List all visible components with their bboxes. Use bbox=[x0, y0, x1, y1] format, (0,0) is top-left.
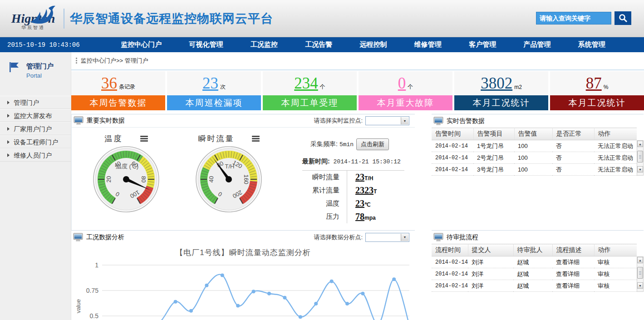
nav-item-4[interactable]: 工况告警 bbox=[305, 40, 332, 49]
stat-value[interactable]: 87 bbox=[586, 74, 602, 93]
nav-item-6[interactable]: 维修管理 bbox=[414, 40, 442, 49]
scroll-up-icon[interactable]: ▲ bbox=[637, 141, 643, 147]
realtime-info: 采集频率: 5min 点击刷新 最新时间: 2014-11-21 15:30:1… bbox=[298, 138, 409, 223]
panel-title-analysis: 工况数据分析 bbox=[86, 233, 124, 241]
analysis-point-select[interactable]: ▼ bbox=[365, 233, 409, 242]
panel-realtime-data: 重要实时数据 请选择实时监控点: ▼ 采集频率: 5min bbox=[71, 114, 415, 230]
metric-row-3: 温度23℃ bbox=[298, 197, 409, 210]
refresh-button[interactable]: 点击刷新 bbox=[356, 138, 389, 150]
table-row-2: 2014-02-142号龙门吊100否无法正常启动 bbox=[432, 152, 637, 164]
stat-value[interactable]: 3802 bbox=[481, 74, 512, 93]
gauge-title: 温度 bbox=[105, 133, 123, 144]
table-cell: 赵城 bbox=[513, 280, 552, 292]
stat-value[interactable]: 36 bbox=[101, 74, 117, 93]
scroll-down-icon[interactable]: ▼ bbox=[637, 282, 643, 289]
freq-label: 采集频率: bbox=[310, 140, 338, 148]
alarm-table-scrollbar[interactable]: ▲ ▼ bbox=[637, 140, 644, 176]
table-cell: 刘洋 bbox=[468, 280, 513, 292]
table-cell: 刘洋 bbox=[468, 256, 513, 268]
nav-item-9[interactable]: 系统管理 bbox=[578, 40, 605, 49]
stat-label: 本周巡检漏项 bbox=[167, 95, 261, 110]
main-content: 监控中心门户>> 管理门户 36条记录本周告警数据23次本周巡检漏项234个本周… bbox=[71, 52, 644, 320]
table-cell: 100 bbox=[514, 152, 552, 164]
column-header: 动作 bbox=[594, 128, 637, 140]
analysis-point-select-label: 请选择数据分析点: bbox=[314, 233, 363, 241]
table-cell: 否 bbox=[552, 164, 594, 176]
scroll-thumb[interactable] bbox=[637, 267, 643, 279]
nav-item-8[interactable]: 产品管理 bbox=[523, 40, 551, 49]
nav-item-3[interactable]: 工况监控 bbox=[251, 40, 278, 49]
app-logo: Hignton 华辰智通 bbox=[5, 6, 61, 31]
table-cell: 否 bbox=[552, 140, 594, 152]
search-button[interactable] bbox=[615, 11, 631, 25]
table-cell: 3号龙门吊 bbox=[473, 164, 514, 176]
monitor-icon bbox=[73, 233, 83, 242]
metric-value[interactable]: 23 bbox=[355, 172, 364, 182]
table-cell: 赵城 bbox=[513, 268, 552, 280]
svg-text:T/H: T/H bbox=[225, 163, 235, 170]
metric-label: 瞬时流量 bbox=[298, 173, 347, 182]
panel-title-approvals: 待审批流程 bbox=[447, 233, 478, 241]
gauge-menu-icon[interactable] bbox=[252, 135, 260, 143]
scroll-down-icon[interactable]: ▼ bbox=[637, 166, 643, 172]
nav-item-7[interactable]: 客户管理 bbox=[469, 40, 496, 49]
column-header: 告警项目 bbox=[473, 128, 514, 140]
stat-value[interactable]: 23 bbox=[202, 74, 218, 93]
sidebar-item-5[interactable]: 维修人员门户 bbox=[0, 148, 71, 162]
latest-time-label: 最新时间: bbox=[302, 158, 330, 165]
approval-table-scrollbar[interactable]: ▲ ▼ bbox=[637, 256, 644, 292]
top-header: Hignton 华辰智通 华辰智通设备远程监控物联网云平台 bbox=[0, 0, 644, 37]
monitor-icon bbox=[433, 233, 443, 242]
metric-label: 温度 bbox=[298, 199, 347, 208]
stat-value[interactable]: 0 bbox=[398, 74, 406, 93]
gauge-menu-icon[interactable] bbox=[140, 135, 148, 143]
sidebar-item-4[interactable]: 设备工程师门户 bbox=[0, 135, 71, 148]
scroll-thumb[interactable] bbox=[637, 151, 643, 162]
logo-subtext: 华辰智通 bbox=[5, 25, 61, 31]
nav-item-2[interactable]: 可视化管理 bbox=[189, 40, 223, 49]
table-row-2: 2014-02-14刘洋赵城查看详细审核 bbox=[432, 268, 637, 280]
portal-header: 管理门户 Portal bbox=[0, 52, 71, 96]
sidebar-menu: 管理门户监控大屏发布厂家用户门户设备工程师门户维修人员门户 bbox=[0, 96, 71, 162]
sidebar-item-1[interactable]: 管理门户 bbox=[0, 96, 71, 109]
table-cell: 查看详细 bbox=[552, 268, 594, 280]
stat-value[interactable]: 234 bbox=[294, 74, 318, 93]
nav-item-1[interactable]: 监控中心门户 bbox=[121, 40, 162, 49]
nav-item-5[interactable]: 远程控制 bbox=[359, 40, 387, 49]
table-cell: 审核 bbox=[594, 268, 637, 280]
table-cell: 2014-02-14 bbox=[432, 140, 473, 152]
stat-label: 本月重大故障 bbox=[359, 95, 452, 110]
column-header: 流程描述 bbox=[552, 244, 594, 256]
temperature-gauge: 020406080100温度 (℃) bbox=[92, 145, 161, 214]
svg-text:20: 20 bbox=[105, 176, 112, 182]
table-cell: 刘洋 bbox=[468, 268, 513, 280]
column-header: 告警值 bbox=[514, 128, 552, 140]
sidebar-item-2[interactable]: 监控大屏发布 bbox=[0, 109, 71, 122]
metric-value[interactable]: 23 bbox=[355, 198, 364, 209]
flow-gauge: 04080120160200T/H bbox=[194, 145, 263, 214]
metric-unit: T/H bbox=[364, 175, 373, 182]
panel-pending-approvals: 待审批流程 流程时间提交人待审批人流程描述动作2014-02-14刘洋赵城查看详… bbox=[432, 230, 644, 292]
column-header: 流程时间 bbox=[432, 244, 468, 256]
site-title: 华辰智通设备远程监控物联网云平台 bbox=[70, 10, 273, 27]
stat-unit: 个 bbox=[320, 83, 325, 91]
table-cell: 2014-02-14 bbox=[432, 256, 468, 268]
stat-card-6: 87%本月工况统计 bbox=[550, 71, 644, 110]
svg-text:0.75: 0.75 bbox=[86, 287, 98, 294]
table-cell: 无法正常启动 bbox=[594, 140, 637, 152]
monitor-point-select[interactable]: ▼ bbox=[365, 116, 409, 125]
metric-unit: mpa bbox=[364, 215, 376, 221]
breadcrumb[interactable]: 监控中心门户>> 管理门户 bbox=[71, 52, 644, 69]
search-input[interactable] bbox=[536, 12, 611, 25]
scroll-up-icon[interactable]: ▲ bbox=[637, 257, 643, 263]
metric-value[interactable]: 2323 bbox=[355, 185, 374, 196]
stat-card-1: 36条记录本周告警数据 bbox=[71, 71, 165, 110]
table-row-3: 2014-02-143号龙门吊100否无法正常启动 bbox=[432, 164, 637, 176]
latest-time-value: 2014-11-21 15:30:12 bbox=[334, 158, 401, 165]
table-cell: 100 bbox=[514, 140, 552, 152]
table-cell: 2014-02-14 bbox=[432, 268, 468, 280]
stat-unit: % bbox=[604, 84, 609, 90]
metric-value[interactable]: 78 bbox=[355, 212, 364, 222]
sidebar-item-3[interactable]: 厂家用户门户 bbox=[0, 122, 71, 135]
search-area bbox=[536, 11, 631, 25]
